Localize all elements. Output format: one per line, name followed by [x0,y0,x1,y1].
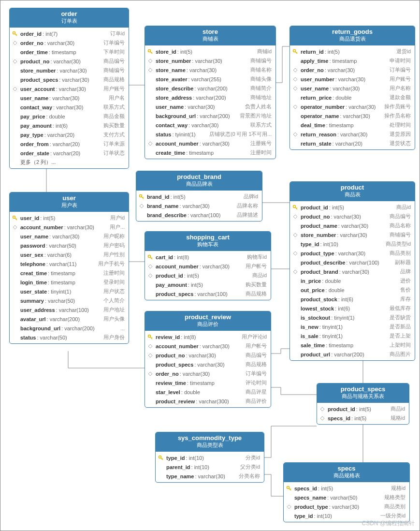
field-row[interactable]: product_id: int(5)商品id [145,271,271,280]
field-row[interactable]: product_type: varchar(30)商品类别 [290,249,415,258]
field-row[interactable]: store_id: int(5)商铺id [145,47,275,56]
field-row[interactable]: account_number: varchar(30)注册账号 [145,139,275,148]
field-row[interactable]: status: tyinint(1)店铺状态(0 可用 1不可用... [145,130,275,139]
field-row[interactable]: user_id: int(5)用户id [10,213,129,222]
field-row[interactable]: order_id: int(7)订单id [10,29,129,38]
field-row[interactable]: store_number: varchar(30)商铺编号 [10,66,129,75]
field-row[interactable]: brand_id: int(5)品牌id [136,192,262,201]
field-row[interactable]: product_name: varchar(30)商品名称 [290,221,415,230]
field-row[interactable]: user_sex: varchar(6)用户性别 [10,250,129,259]
field-row[interactable]: review_time: timestamp评论时间 [145,378,271,387]
field-row[interactable]: type_name: varchar(30)分类名称 [156,472,264,481]
field-row[interactable]: user_account: varchar(30)用户账号 [10,84,129,93]
field-row[interactable]: background_url: varchar(200)背景图片地址 [145,111,275,120]
field-row[interactable]: is_sale: tinyint(1)是否上架 [290,331,415,340]
field-row[interactable]: out_price: double售价 [290,285,415,295]
field-row[interactable]: lowest_stock: int(6)最低库存 [290,304,415,313]
field-row[interactable]: product_no: varchar(30)商品编号 [290,212,415,221]
field-row[interactable]: login_time: timestamp登录时间 [10,278,129,287]
field-row[interactable]: creat_time: timestamp注册时间 [10,268,129,278]
field-row[interactable]: cart_id: int(8)购物车id [145,252,271,262]
field-row[interactable]: account_number: varchar(30)用户帐号 [145,262,271,271]
field-row[interactable]: pay_amount: int(6)购买数量 [10,121,129,130]
entity-user[interactable]: user用户表user_id: int(5)用户idaccount_number… [9,192,129,344]
field-row[interactable]: return_price: double退款金额 [290,93,415,102]
field-row[interactable]: product_type: varchar(30)商品类别 [284,502,409,511]
field-row[interactable]: order_state: varchar(20)订单状态 [10,148,129,158]
field-row[interactable]: product_no: varchar(30)商品编号 [10,57,129,66]
field-row[interactable]: order_no: varchar(30)订单编号 [145,369,271,378]
field-row[interactable]: user_address: varchar(100)用户地址 [10,305,129,314]
field-row[interactable]: return_id: int(5)退货id [290,47,415,56]
field-row[interactable]: product_review: varchar(300)商品评价 [145,397,271,406]
field-row[interactable]: specs_id: int(5)规格id [284,484,409,493]
field-row[interactable]: product_brand: varchar(30)品牌 [290,267,415,276]
field-row[interactable]: order_from: varchar(20)订单来源 [10,139,129,148]
field-row[interactable]: product_url: varchar(200)商品图片 [290,350,415,359]
field-row[interactable]: brand_name: varchar(30)品牌名称 [136,201,262,210]
field-row[interactable]: user_name: varchar(30)负责人姓名 [145,102,275,111]
field-row[interactable]: operator_name: varchar(30)操作员名称 [290,111,415,120]
entity-return_goods[interactable]: return_goods商品退货表return_id: int(5)退货idap… [290,26,415,150]
field-row[interactable]: pay_price: double商品金额 [10,112,129,121]
field-row[interactable]: telephone: varchar(11)用户手机号 [10,259,129,268]
field-row[interactable]: sale_time: timestamp上架时间 [290,340,415,350]
field-row[interactable]: order_no: varchar(30)订单编号 [10,38,129,47]
field-row[interactable]: type_id: int(10)商品类型id [290,239,415,249]
field-row[interactable]: password: varchar(50)用户密码 [10,241,129,250]
field-row[interactable]: contact_way: varchar(30)联系方式 [10,103,129,112]
field-row[interactable]: review_id: int(8)用户评论id [145,332,271,341]
field-row[interactable]: store_number: varchar(30)商铺编号 [290,230,415,239]
field-row[interactable]: account_number: varchar(30)用户... [10,222,129,232]
field-row[interactable]: specs_id: int(5)规格id [317,413,409,423]
field-row[interactable]: order_time: timestamp下单时间 [10,47,129,57]
entity-product[interactable]: product商品表product_id: int(5)商品idproduct_… [290,181,415,361]
field-row[interactable]: product_specs: varchar(30)商品规格 [145,360,271,369]
field-row[interactable]: pay_type: varchar(20)支付方式 [10,130,129,139]
field-row[interactable]: store_number: varchar(30)商铺编号 [145,56,275,65]
field-row[interactable]: summary: varchar(50)个人简介 [10,296,129,305]
field-row[interactable]: product_no: varchar(30)商品编号 [145,351,271,360]
field-row[interactable]: parent_id: int(10)父分类id [156,462,264,472]
entity-product_specs[interactable]: product_specs商品与规格关系表product_id: int(5)商… [317,383,409,425]
field-row[interactable]: return_state: varchar(20)退货状态 [290,139,415,148]
field-row[interactable]: store_avater: varchar(255)商铺头像 [145,74,275,84]
field-row[interactable]: product_id: int(5)商品id [290,203,415,212]
field-row[interactable]: user_name: varchar(30)用户昵称 [10,232,129,241]
entity-product_review[interactable]: product_review商品评价review_id: int(8)用户评论i… [145,311,271,408]
field-row[interactable]: type_id: int(10)分类id [156,453,264,462]
field-row[interactable]: user_state: tinyint(1)用户状态 [10,287,129,296]
field-row[interactable]: store_address: varchar(200)商铺地址 [145,93,275,102]
entity-specs[interactable]: specs商品规格表specs_id: int(5)规格idspecs_name… [283,462,410,522]
field-row[interactable]: user_name: varchar(30)用户名 [10,93,129,103]
field-row[interactable]: create_time: timestamp注册时间 [145,148,275,157]
field-row[interactable]: store_name: varchar(30)商铺名称 [145,65,275,74]
field-row[interactable]: apply_time: timestamp申请时间 [290,56,415,65]
field-row[interactable]: user_number: varchar(30)用户账号 [290,74,415,84]
field-row[interactable]: user_name: varchar(30)用户名称 [290,84,415,93]
field-row[interactable]: product_describe: varchar(100)副标题 [290,258,415,267]
field-row[interactable]: product_specs: varchar(30)商品规格 [10,75,129,84]
field-row[interactable]: store_describe: varchar(200)商铺简介 [145,84,275,93]
field-row[interactable]: return_reason: varchar(30)退货原因 [290,130,415,139]
field-row[interactable]: order_no: varchar(30)订单编号 [290,65,415,74]
field-row[interactable]: is_new: tinyint(1)是否新品 [290,322,415,331]
field-row[interactable]: background_url: varchar(200)... [10,324,129,333]
entity-product_brand[interactable]: product_brand商品品牌表brand_id: int(5)品牌idbr… [136,171,262,221]
field-row[interactable]: specs_name: varchar(50)规格类型 [284,493,409,502]
entity-store[interactable]: store商铺表store_id: int(5)商铺idstore_number… [145,26,276,159]
more-row[interactable]: 更多（2 列）... [10,158,129,167]
entity-sys_commodity_type[interactable]: sys_commodity_type商品类型表type_id: int(10)分… [155,432,264,483]
field-row[interactable]: contact_way: varchar(30)联系方式 [145,120,275,130]
field-row[interactable]: product_specs: varchar(100)商品规格 [145,289,271,298]
field-row[interactable]: in_price: double进价 [290,276,415,285]
field-row[interactable]: deal_time: timestamp处理时间 [290,120,415,130]
field-row[interactable]: product_id: int(5)商品id [317,404,409,413]
field-row[interactable]: status: varchar(50)用户身份 [10,333,129,342]
field-row[interactable]: operator_number: varchar(30)操作员账号 [290,102,415,111]
field-row[interactable]: account_number: varchar(30)用户帐号 [145,341,271,351]
field-row[interactable]: avatar_url: varchar(200)用户头像 [10,314,129,324]
entity-shopping_cart[interactable]: shopping_cart购物车表cart_id: int(8)购物车idacc… [145,231,271,300]
field-row[interactable]: brand_describe: varchar(100)品牌描述 [136,210,262,220]
field-row[interactable]: product_stock: int(6)库存 [290,295,415,304]
